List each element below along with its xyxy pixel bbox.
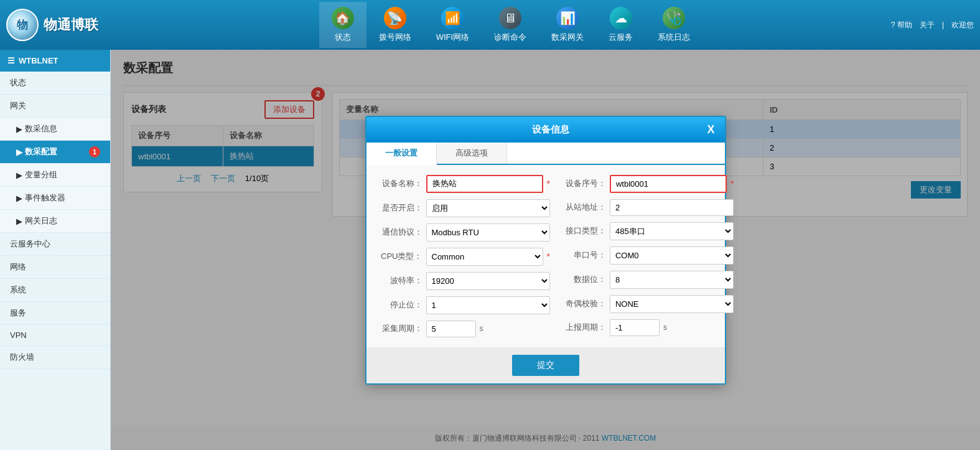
select-enabled[interactable]: 启用 禁用 bbox=[426, 199, 550, 217]
tab-general[interactable]: 一般设置 bbox=[366, 143, 437, 165]
select-baud-rate[interactable]: 9600 19200 38400 115200 bbox=[426, 272, 550, 290]
dial-icon: 📡 bbox=[384, 7, 406, 29]
sidebar-item-network[interactable]: 网络 bbox=[0, 256, 110, 279]
form-row-cpu-type: CPU类型： Common * bbox=[379, 248, 550, 266]
sidebar-item-variable-group[interactable]: ▶ 变量分组 bbox=[0, 164, 110, 187]
form-row-data-bits: 数据位： 8 7 bbox=[562, 271, 734, 289]
home-icon: 🏠 bbox=[332, 7, 354, 29]
nav-item-dial[interactable]: 📡 拨号网络 bbox=[366, 2, 424, 48]
sidebar-item-gateway-log[interactable]: ▶ 网关日志 bbox=[0, 210, 110, 233]
select-parity[interactable]: NONE ODD EVEN bbox=[610, 295, 734, 313]
label-data-bits: 数据位： bbox=[562, 274, 606, 285]
input-device-seq[interactable] bbox=[610, 175, 727, 193]
sidebar-item-status[interactable]: 状态 bbox=[0, 72, 110, 95]
cloud-icon: ☁ bbox=[610, 7, 632, 29]
top-nav: 物 物通博联 🏠 状态 📡 拨号网络 📶 WIFI网络 🖥 诊断命令 📊 数采网… bbox=[0, 0, 980, 50]
form-row-report-period: 上报周期： s bbox=[562, 319, 734, 336]
input-device-name[interactable] bbox=[426, 175, 543, 193]
nav-item-status[interactable]: 🏠 状态 bbox=[319, 2, 366, 48]
select-data-bits[interactable]: 8 7 bbox=[610, 271, 734, 289]
top-right: ? 帮助 关于 | 欢迎您 bbox=[891, 20, 974, 30]
sidebar-item-event-trigger[interactable]: ▶ 事件触发器 bbox=[0, 187, 110, 210]
sidebar-item-cloud-center[interactable]: 云服务中心 bbox=[0, 233, 110, 256]
form-row-stop-bit: 停止位： 1 2 bbox=[379, 296, 550, 314]
modal-dialog: 设备信息 X 一般设置 高级选项 bbox=[365, 116, 726, 385]
select-protocol[interactable]: Modbus RTU Modbus TCP bbox=[426, 223, 550, 241]
modal-close-button[interactable]: X bbox=[707, 123, 714, 136]
nav-item-cmd[interactable]: 🖥 诊断命令 bbox=[482, 2, 539, 48]
form-left: 设备名称： * 是否开启： 启用 禁用 bbox=[379, 175, 550, 337]
label-port-type: 接口类型： bbox=[562, 225, 606, 237]
label-collect-period: 采集周期： bbox=[379, 323, 422, 334]
form-row-collect-period: 采集周期： s bbox=[379, 321, 550, 337]
nav-item-cloud[interactable]: ☁ 云服务 bbox=[596, 2, 645, 48]
modal-header: 设备信息 X bbox=[366, 117, 725, 143]
label-report-period: 上报周期： bbox=[562, 322, 606, 333]
label-parity: 奇偶校验： bbox=[562, 298, 606, 309]
select-cpu-type[interactable]: Common bbox=[426, 248, 543, 266]
label-stop-bit: 停止位： bbox=[379, 299, 422, 311]
input-report-period[interactable] bbox=[610, 319, 660, 336]
form-row-baud-rate: 波特率： 9600 19200 38400 115200 bbox=[379, 272, 550, 290]
nav-items: 🏠 状态 📡 拨号网络 📶 WIFI网络 🖥 诊断命令 📊 数采网关 ☁ 云服务… bbox=[131, 2, 891, 48]
label-baud-rate: 波特率： bbox=[379, 275, 422, 286]
input-slave-addr[interactable] bbox=[610, 199, 734, 216]
sidebar-item-vpn[interactable]: VPN bbox=[0, 325, 110, 346]
label-device-name: 设备名称： bbox=[379, 178, 422, 189]
logo-icon: 物 bbox=[6, 9, 39, 41]
about-link[interactable]: 关于 bbox=[920, 20, 935, 30]
form-grid: 设备名称： * 是否开启： 启用 禁用 bbox=[379, 175, 712, 337]
label-serial-num: 串口号： bbox=[562, 250, 606, 261]
form-row-serial-num: 串口号： COM0 COM1 COM2 bbox=[562, 246, 734, 265]
modal-body: 设备名称： * 是否开启： 启用 禁用 bbox=[366, 165, 725, 347]
form-row-device-seq: 设备序号： * bbox=[562, 175, 734, 193]
sidebar: ☰ WTBLNET 状态 网关 ▶ 数采信息 ▶ 数采配置 1 ▶ 变量分组 ▶… bbox=[0, 50, 111, 450]
nav-item-wifi[interactable]: 📶 WIFI网络 bbox=[424, 2, 482, 48]
sidebar-item-datacollect-info[interactable]: ▶ 数采信息 bbox=[0, 118, 110, 141]
form-row-slave-addr: 从站地址： bbox=[562, 199, 734, 216]
collect-period-suffix: s bbox=[480, 324, 483, 333]
select-stop-bit[interactable]: 1 2 bbox=[426, 296, 550, 314]
select-port-type[interactable]: 485串口 232串口 TCP bbox=[610, 222, 734, 240]
sidebar-brand: ☰ WTBLNET bbox=[0, 50, 110, 72]
logo-area: 物 物通博联 bbox=[6, 9, 131, 41]
select-serial-num[interactable]: COM0 COM1 COM2 bbox=[610, 246, 734, 265]
modal-footer: 提交 bbox=[366, 347, 725, 383]
sidebar-item-gateway[interactable]: 网关 bbox=[0, 95, 110, 118]
cmd-icon: 🖥 bbox=[499, 7, 521, 29]
content-area: 数采配置 2 设备列表 添加设备 设备序号 设备名称 bbox=[111, 50, 980, 450]
modal-overlay: 设备信息 X 一般设置 高级选项 bbox=[111, 50, 980, 450]
form-row-protocol: 通信协议： Modbus RTU Modbus TCP bbox=[379, 223, 550, 241]
label-enabled: 是否开启： bbox=[379, 202, 422, 213]
input-collect-period[interactable] bbox=[426, 321, 476, 337]
modal-tabs: 一般设置 高级选项 bbox=[366, 143, 725, 165]
syslog-icon: 🩺 bbox=[663, 7, 685, 29]
sidebar-item-firewall[interactable]: 防火墙 bbox=[0, 346, 110, 369]
label-protocol: 通信协议： bbox=[379, 227, 422, 238]
form-row-enabled: 是否开启： 启用 禁用 bbox=[379, 199, 550, 217]
main-layout: ☰ WTBLNET 状态 网关 ▶ 数采信息 ▶ 数采配置 1 ▶ 变量分组 ▶… bbox=[0, 50, 980, 450]
modal-title: 设备信息 bbox=[532, 124, 569, 136]
help-link[interactable]: ? 帮助 bbox=[891, 20, 912, 30]
nav-item-datacollect[interactable]: 📊 数采网关 bbox=[539, 2, 596, 48]
form-row-port-type: 接口类型： 485串口 232串口 TCP bbox=[562, 222, 734, 240]
logo-text: 物通博联 bbox=[44, 16, 98, 34]
tab-advanced[interactable]: 高级选项 bbox=[437, 143, 507, 164]
report-period-suffix: s bbox=[663, 323, 667, 332]
form-row-device-name: 设备名称： * bbox=[379, 175, 550, 193]
submit-button[interactable]: 提交 bbox=[512, 355, 579, 376]
form-right: 设备序号： * 从站地址： 接口类型： 4 bbox=[562, 175, 734, 337]
form-row-parity: 奇偶校验： NONE ODD EVEN bbox=[562, 295, 734, 313]
label-slave-addr: 从站地址： bbox=[562, 202, 606, 213]
sidebar-item-system[interactable]: 系统 bbox=[0, 279, 110, 302]
sidebar-item-datacollect-config[interactable]: ▶ 数采配置 1 bbox=[0, 141, 110, 164]
user-label: 欢迎您 bbox=[951, 20, 974, 30]
sidebar-item-service[interactable]: 服务 bbox=[0, 302, 110, 325]
label-device-seq: 设备序号： bbox=[562, 178, 606, 189]
data-icon: 📊 bbox=[556, 7, 579, 29]
badge-1: 1 bbox=[89, 146, 100, 157]
nav-item-syslog[interactable]: 🩺 系统日志 bbox=[645, 2, 702, 48]
wifi-icon: 📶 bbox=[441, 7, 464, 29]
label-cpu-type: CPU类型： bbox=[379, 251, 422, 262]
